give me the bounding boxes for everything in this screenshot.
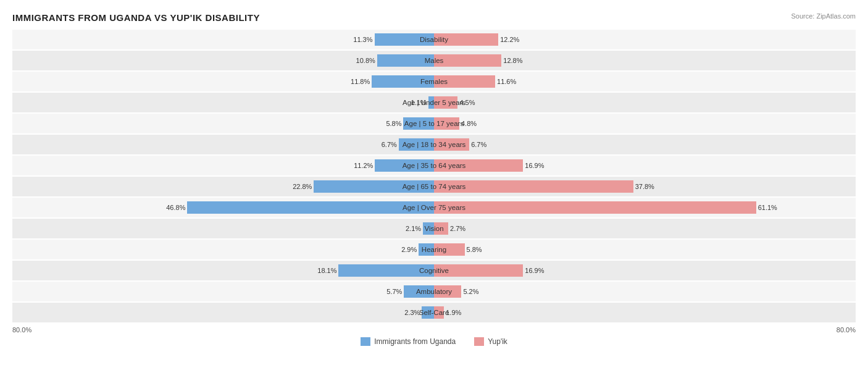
legend-label-uganda: Immigrants from Uganda: [374, 337, 456, 346]
right-value: 4.5%: [457, 99, 475, 106]
left-section: 11.3%: [12, 30, 434, 49]
right-bar: [434, 117, 459, 130]
right-value: 1.9%: [444, 309, 461, 316]
bar-row: 2.3% Self-Care 1.9%: [12, 303, 856, 322]
right-section: 6.7%: [434, 135, 856, 154]
bar-row: 1.1% Age | Under 5 years 4.5%: [12, 93, 856, 112]
right-bar: [434, 243, 465, 256]
left-value: 46.8%: [166, 204, 187, 211]
bar-row: 11.3% Disability 12.2%: [12, 30, 856, 49]
right-value: 12.2%: [498, 36, 519, 43]
left-section: 10.8%: [12, 51, 434, 70]
left-section: 6.7%: [12, 135, 434, 154]
right-section: 11.6%: [434, 72, 856, 91]
left-value: 22.8%: [293, 183, 314, 190]
right-bar: [434, 75, 495, 88]
bar-row: 11.8% Females 11.6%: [12, 72, 856, 91]
bar-row: 5.7% Ambulatory 5.2%: [12, 282, 856, 301]
left-section: 18.1%: [12, 261, 434, 280]
left-section: 5.7%: [12, 282, 434, 301]
right-section: 4.5%: [434, 93, 856, 112]
right-section: 16.9%: [434, 156, 856, 175]
left-bar: [419, 243, 434, 256]
right-bar: [434, 33, 498, 46]
right-value: 5.8%: [465, 246, 482, 253]
right-bar: [434, 54, 501, 67]
right-section: 12.2%: [434, 30, 856, 49]
left-value: 5.7%: [386, 288, 404, 295]
right-bar: [434, 159, 523, 172]
left-value: 6.7%: [382, 141, 399, 148]
chart-area: 11.3% Disability 12.2% 10.8% Males 12.8%…: [12, 30, 856, 322]
left-section: 2.1%: [12, 219, 434, 238]
legend-item-yupik: Yup'ik: [474, 337, 507, 346]
bar-row: 22.8% Age | 65 to 74 years 37.8%: [12, 177, 856, 196]
left-bar: [372, 75, 434, 88]
chart-container: IMMIGRANTS FROM UGANDA VS YUP'IK DISABIL…: [12, 12, 856, 346]
right-section: 5.2%: [434, 282, 856, 301]
right-value: 16.9%: [523, 162, 544, 169]
bar-row: 11.2% Age | 35 to 64 years 16.9%: [12, 156, 856, 175]
legend-color-blue: [361, 337, 370, 346]
bar-row: 2.9% Hearing 5.8%: [12, 240, 856, 259]
left-bar: [423, 222, 434, 235]
axis-row: 80.0% 80.0%: [12, 326, 856, 334]
left-value: 11.8%: [351, 78, 372, 85]
right-bar: [434, 201, 756, 214]
right-value: 6.7%: [469, 141, 486, 148]
left-section: 11.8%: [12, 72, 434, 91]
right-value: 12.8%: [501, 57, 522, 64]
right-bar: [434, 96, 457, 109]
left-value: 11.3%: [353, 36, 374, 43]
axis-left: 80.0%: [12, 326, 31, 334]
chart-title: IMMIGRANTS FROM UGANDA VS YUP'IK DISABIL…: [12, 12, 260, 23]
right-section: 1.9%: [434, 303, 856, 322]
right-value: 11.6%: [495, 78, 516, 85]
left-value: 11.2%: [354, 162, 375, 169]
right-value: 4.8%: [459, 120, 477, 127]
left-section: 22.8%: [12, 177, 434, 196]
right-value: 37.8%: [633, 183, 654, 190]
left-section: 1.1%: [12, 93, 434, 112]
left-value: 2.9%: [401, 246, 419, 253]
axis-right: 80.0%: [837, 326, 856, 334]
legend-label-yupik: Yup'ik: [488, 337, 507, 346]
left-bar: [403, 117, 434, 130]
bar-row: 6.7% Age | 18 to 34 years 6.7%: [12, 135, 856, 154]
right-bar: [434, 138, 469, 151]
bar-row: 5.8% Age | 5 to 17 years 4.8%: [12, 114, 856, 133]
right-section: 2.7%: [434, 219, 856, 238]
chart-source: Source: ZipAtlas.com: [791, 12, 856, 20]
left-bar: [428, 96, 434, 109]
left-value: 18.1%: [317, 267, 338, 274]
left-section: 2.9%: [12, 240, 434, 259]
left-bar: [375, 33, 434, 46]
left-bar: [377, 54, 434, 67]
left-bar: [338, 264, 434, 277]
right-value: 2.7%: [448, 225, 465, 232]
left-bar: [314, 180, 434, 193]
left-value: 2.1%: [406, 225, 423, 232]
right-value: 5.2%: [461, 288, 478, 295]
left-bar: [404, 285, 434, 298]
right-section: 5.8%: [434, 240, 856, 259]
legend-item-uganda: Immigrants from Uganda: [361, 337, 456, 346]
right-bar: [434, 285, 461, 298]
right-section: 37.8%: [434, 177, 856, 196]
left-value: 1.1%: [411, 99, 428, 106]
bar-row: 18.1% Cognitive 16.9%: [12, 261, 856, 280]
left-bar: [375, 159, 434, 172]
right-bar: [434, 222, 448, 235]
left-bar: [399, 138, 434, 151]
left-value: 2.3%: [404, 309, 422, 316]
bar-row: 46.8% Age | Over 75 years 61.1%: [12, 198, 856, 217]
right-bar: [434, 306, 444, 319]
legend: Immigrants from Uganda Yup'ik: [12, 337, 856, 346]
left-section: 5.8%: [12, 114, 434, 133]
left-section: 46.8%: [12, 198, 434, 217]
legend-color-pink: [474, 337, 484, 346]
right-value: 16.9%: [523, 267, 544, 274]
right-section: 12.8%: [434, 51, 856, 70]
right-bar: [434, 180, 633, 193]
left-value: 5.8%: [386, 120, 403, 127]
